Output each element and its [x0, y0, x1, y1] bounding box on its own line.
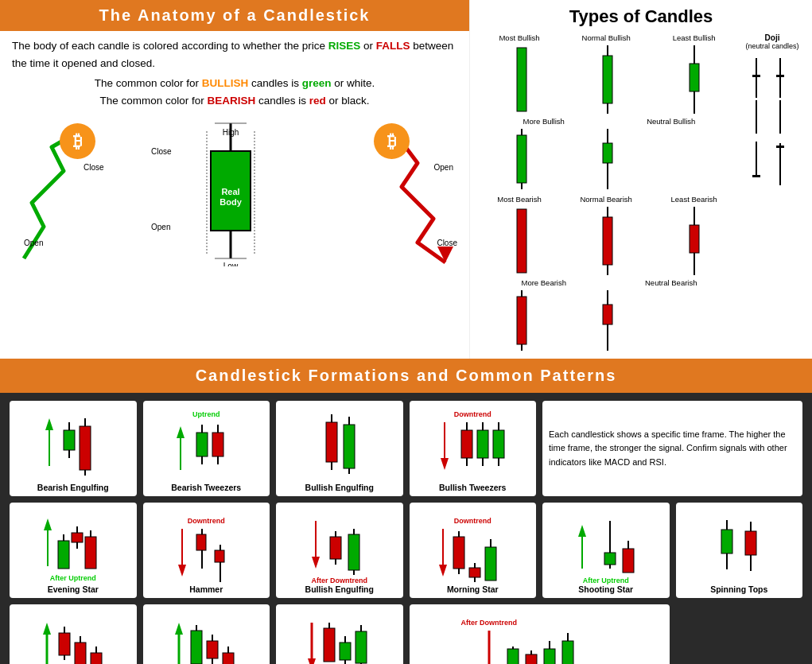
- svg-rect-114: [469, 568, 480, 577]
- anatomy-diagram: ₿ Close Open: [0, 115, 469, 270]
- svg-rect-46: [752, 175, 760, 177]
- svg-rect-48: [776, 146, 784, 148]
- svg-marker-119: [578, 525, 586, 537]
- svg-rect-157: [340, 643, 351, 660]
- svg-rect-168: [526, 654, 537, 664]
- svg-rect-34: [517, 297, 526, 344]
- svg-rect-171: [544, 649, 555, 664]
- pattern-card-three-black-crows: After Uptrend Three Black Crows: [10, 604, 137, 664]
- pattern-label-bullish-engulfing2: Bullish Engulfing: [305, 584, 374, 594]
- svg-rect-111: [453, 537, 464, 569]
- svg-rect-140: [91, 653, 102, 664]
- svg-rect-98: [215, 550, 224, 562]
- right-panel: Types of Candles Most Bullish Normal Bul…: [469, 0, 812, 359]
- pattern-label-bearish-tweezers: Bearish Tweezers: [171, 483, 241, 492]
- svg-rect-174: [562, 641, 573, 664]
- svg-rect-15: [603, 56, 612, 103]
- description-line3: The common color for BEARISH candles is …: [12, 92, 457, 110]
- pattern-label-hammer: Hammer: [189, 584, 223, 594]
- svg-marker-132: [43, 623, 51, 635]
- pattern-card-bearish-tweezers: Uptrend Bearish Tweezers: [143, 401, 270, 496]
- pattern-card-three-inside-down: After Uptrend Three Inside Down: [143, 604, 270, 664]
- left-panel: The Anatomy of a Candlestick The body of…: [0, 0, 469, 359]
- patterns-section: Bearish Engulfing Uptrend: [0, 393, 812, 664]
- description-line1: The body of each candle is colored accor…: [12, 37, 457, 72]
- svg-rect-137: [75, 643, 86, 664]
- svg-rect-124: [623, 549, 634, 573]
- svg-rect-43: [776, 75, 784, 77]
- svg-rect-81: [493, 430, 504, 458]
- pattern-label-shooting-star: Shooting Star: [578, 584, 633, 594]
- svg-rect-37: [603, 305, 612, 324]
- svg-marker-143: [175, 623, 183, 635]
- types-title: Types of Candles: [478, 6, 804, 27]
- pattern-label-morning-star: Morning Star: [447, 584, 499, 594]
- svg-rect-147: [207, 641, 218, 658]
- pattern-label-bullish-tweezers: Bullish Tweezers: [439, 483, 506, 492]
- pattern-card-hammer: Downtrend Hammer: [143, 503, 270, 598]
- info-card: Each candlestick shows a specific time f…: [542, 401, 802, 496]
- svg-rect-106: [348, 534, 359, 570]
- svg-rect-31: [690, 225, 699, 253]
- pattern-card-bearish-engulfing: Bearish Engulfing: [10, 401, 137, 496]
- svg-marker-93: [178, 565, 186, 577]
- svg-rect-155: [324, 628, 335, 662]
- svg-rect-24: [603, 143, 612, 163]
- pattern-label-spinning-tops: Spinning Tops: [710, 584, 767, 594]
- svg-rect-40: [752, 75, 760, 77]
- svg-rect-121: [604, 553, 616, 565]
- svg-marker-59: [177, 426, 185, 438]
- falls-text: FALLS: [376, 40, 410, 52]
- svg-rect-165: [507, 649, 519, 664]
- svg-marker-109: [439, 565, 447, 577]
- pattern-card-shooting-star: After Uptrend Shooting Star: [542, 503, 670, 598]
- svg-marker-84: [44, 518, 52, 530]
- svg-marker-153: [308, 658, 316, 664]
- svg-rect-78: [477, 430, 488, 458]
- pattern-card-evening-star: After Uptrend Evening Star: [10, 503, 137, 598]
- pattern-card-morning-star: Downtrend Morni: [410, 503, 537, 598]
- svg-rect-91: [85, 537, 96, 569]
- pattern-label-bullish-engulfing: Bullish Engulfing: [305, 483, 374, 492]
- svg-rect-134: [59, 633, 70, 655]
- svg-rect-56: [80, 426, 91, 470]
- pattern-card-bullish-engulfing2: After Downtrend Bullish Engulfing: [276, 503, 403, 598]
- rises-text: RISES: [328, 40, 361, 52]
- pattern-card-three-inside-up: After Downtrend Three Inside Up: [276, 604, 403, 664]
- svg-rect-28: [603, 217, 612, 265]
- svg-rect-75: [461, 430, 472, 458]
- pattern-label-bearish-engulfing: Bearish Engulfing: [37, 483, 109, 492]
- pattern-card-three-white-soliders: After Downtrend: [410, 604, 670, 664]
- svg-rect-21: [517, 135, 526, 183]
- svg-rect-61: [196, 433, 208, 456]
- svg-rect-53: [64, 430, 75, 450]
- svg-text:Body: Body: [220, 197, 242, 207]
- svg-rect-95: [196, 534, 206, 550]
- middle-divider: Candlestick Formations and Common Patter…: [0, 359, 812, 393]
- pattern-card-bullish-engulfing: Bullish Engulfing: [276, 401, 403, 496]
- svg-rect-67: [326, 422, 337, 462]
- description-line2: The common color for BULLISH candles is …: [12, 75, 457, 92]
- svg-rect-70: [344, 425, 355, 468]
- svg-marker-101: [312, 557, 320, 569]
- svg-text:High: High: [223, 128, 239, 137]
- main-title: The Anatomy of a Candlestick: [99, 6, 371, 24]
- pattern-card-spinning-tops: Spinning Tops: [676, 503, 803, 598]
- svg-rect-13: [517, 48, 526, 111]
- svg-marker-51: [45, 418, 53, 430]
- svg-rect-26: [517, 209, 526, 273]
- svg-rect-117: [485, 547, 496, 581]
- pattern-card-bullish-tweezers: Downtrend: [410, 401, 537, 496]
- svg-rect-88: [72, 533, 83, 542]
- pattern-label-evening-star: Evening Star: [48, 584, 99, 594]
- svg-rect-129: [745, 531, 756, 555]
- svg-text:Low: Low: [223, 262, 239, 266]
- svg-rect-150: [223, 653, 234, 664]
- svg-text:Real: Real: [221, 187, 239, 196]
- svg-rect-103: [330, 537, 341, 559]
- svg-rect-145: [191, 631, 202, 664]
- svg-rect-18: [690, 64, 699, 91]
- svg-rect-86: [58, 541, 69, 569]
- svg-rect-160: [355, 631, 367, 663]
- svg-rect-64: [212, 433, 223, 456]
